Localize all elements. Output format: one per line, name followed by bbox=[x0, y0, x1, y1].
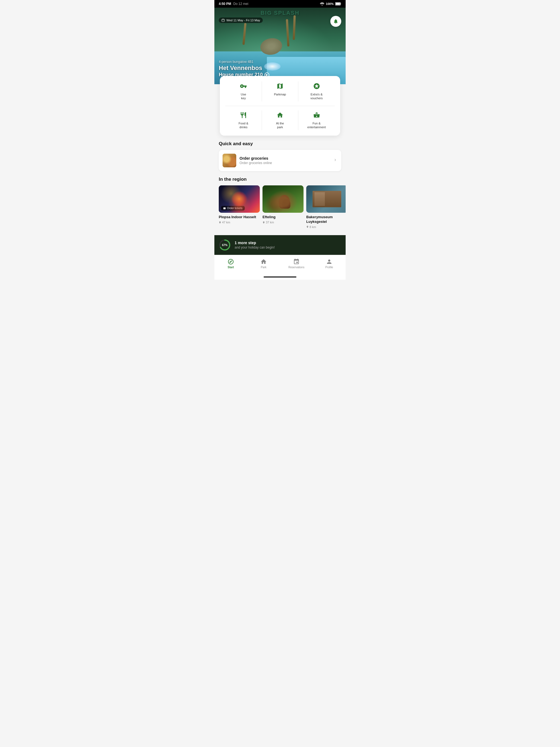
grocery-subtitle: Order groceries online bbox=[239, 161, 330, 165]
order-tickets-label: Order tickets bbox=[227, 207, 243, 210]
battery-bar bbox=[335, 2, 341, 5]
nav-park[interactable]: Park bbox=[247, 257, 280, 270]
date-range-text: Wed 11 May - Fri 13 May bbox=[226, 19, 260, 22]
fun-icon bbox=[313, 111, 320, 120]
action-card: Usekey Parkmap Extra's &vouchers Food &d… bbox=[220, 76, 340, 136]
region-scroll[interactable]: Order tickets Plopsa Indoor Hasselt 47 k… bbox=[214, 185, 346, 233]
wifi-icon bbox=[320, 2, 324, 5]
status-bar: 4:50 PM Do 12 mei 100% bbox=[214, 0, 346, 8]
progress-ring: 67% bbox=[219, 239, 231, 251]
nav-start-label: Start bbox=[228, 266, 234, 269]
plopsa-image: Order tickets bbox=[219, 185, 260, 213]
svg-rect-5 bbox=[224, 19, 224, 20]
grocery-title: Order groceries bbox=[239, 156, 330, 160]
progress-text: 1 more step and your holiday can begin! bbox=[235, 241, 341, 249]
plopsa-distance: 47 km bbox=[219, 221, 260, 224]
action-extras[interactable]: Extra's &vouchers bbox=[298, 81, 335, 101]
parkmap-icon bbox=[276, 83, 284, 91]
efteling-image bbox=[262, 185, 304, 213]
bamboo-decor bbox=[292, 15, 296, 40]
bottom-navigation: Start Park Reservations Profile bbox=[214, 255, 346, 274]
fun-label: Fun &entertainment bbox=[307, 121, 326, 129]
home-bar bbox=[263, 277, 297, 278]
key-icon bbox=[240, 83, 247, 91]
compass-icon bbox=[228, 258, 234, 265]
svg-point-0 bbox=[322, 5, 322, 6]
food-icon bbox=[240, 111, 247, 120]
region-title: In the region bbox=[219, 177, 341, 182]
status-time: 4:50 PM bbox=[219, 2, 231, 6]
grocery-card[interactable]: Order groceries Order groceries online bbox=[219, 150, 341, 171]
status-date: Do 12 mei bbox=[233, 2, 248, 6]
at-park-label: At thepark bbox=[276, 121, 284, 129]
notification-button[interactable] bbox=[330, 16, 341, 27]
progress-banner[interactable]: 67% 1 more step and your holiday can beg… bbox=[214, 235, 346, 255]
svg-rect-2 bbox=[336, 3, 340, 5]
big-splash-sign: BIG SPLASH bbox=[261, 10, 299, 16]
nav-reservations[interactable]: Reservations bbox=[280, 257, 313, 270]
nav-start[interactable]: Start bbox=[214, 257, 247, 270]
order-tickets-badge: Order tickets bbox=[221, 206, 245, 210]
status-left: 4:50 PM Do 12 mei bbox=[219, 2, 248, 6]
nav-profile-label: Profile bbox=[325, 266, 333, 269]
bungalow-type: 4-person bungalow 4B1 bbox=[219, 60, 269, 64]
battery-icon: 100% bbox=[326, 2, 334, 5]
nav-park-label: Park bbox=[261, 266, 266, 269]
food-label: Food &drinks bbox=[239, 121, 248, 129]
grocery-text: Order groceries Order groceries online bbox=[239, 156, 330, 165]
action-use-key[interactable]: Usekey bbox=[225, 81, 262, 101]
grocery-arrow-icon bbox=[333, 158, 337, 163]
bell-icon bbox=[333, 19, 338, 24]
calendar-icon bbox=[222, 19, 225, 22]
efteling-distance: 37 km bbox=[262, 221, 304, 224]
svg-rect-3 bbox=[222, 19, 225, 22]
grocery-food-art bbox=[223, 154, 236, 168]
svg-rect-4 bbox=[223, 19, 223, 20]
at-park-icon bbox=[276, 111, 284, 120]
action-at-park[interactable]: At thepark bbox=[262, 110, 298, 130]
home-indicator bbox=[214, 274, 346, 280]
bakery-name: Bakerymuseum Luyksgestel bbox=[306, 215, 346, 224]
bamboo-decor bbox=[286, 19, 289, 47]
region-card-efteling[interactable]: Efteling 37 km bbox=[262, 185, 304, 229]
nav-profile[interactable]: Profile bbox=[313, 257, 346, 270]
plopsa-name: Plopsa Indoor Hasselt bbox=[219, 215, 260, 220]
status-right: 100% bbox=[320, 2, 341, 5]
profile-nav-icon bbox=[326, 258, 332, 265]
park-nav-icon bbox=[260, 258, 267, 265]
progress-title: 1 more step bbox=[235, 241, 341, 245]
extras-label: Extra's &vouchers bbox=[310, 93, 323, 100]
row-divider bbox=[225, 106, 335, 106]
region-section: In the region bbox=[214, 171, 346, 182]
park-name: Het Vennenbos bbox=[219, 65, 269, 71]
action-food[interactable]: Food &drinks bbox=[225, 110, 262, 130]
hero-text: 4-person bungalow 4B1 Het Vennenbos Hous… bbox=[219, 60, 269, 78]
action-parkmap[interactable]: Parkmap bbox=[262, 81, 298, 101]
region-card-plopsa[interactable]: Order tickets Plopsa Indoor Hasselt 47 k… bbox=[219, 185, 260, 229]
action-fun[interactable]: Fun &entertainment bbox=[298, 110, 335, 130]
region-card-bakery[interactable]: Bakerymuseum Luyksgestel 8 km bbox=[306, 185, 346, 229]
bakery-distance: 8 km bbox=[306, 225, 346, 229]
use-key-label: Usekey bbox=[241, 93, 246, 100]
bamboo-decor bbox=[242, 23, 246, 45]
quick-easy-title: Quick and easy bbox=[219, 141, 341, 147]
efteling-name: Efteling bbox=[262, 215, 304, 220]
quick-easy-section: Quick and easy Order groceries Order gro… bbox=[214, 136, 346, 171]
grocery-image bbox=[223, 154, 236, 168]
nav-reservations-label: Reservations bbox=[288, 266, 304, 269]
bakery-image bbox=[306, 185, 346, 213]
date-chip[interactable]: Wed 11 May - Fri 13 May bbox=[219, 18, 263, 23]
reservations-nav-icon bbox=[293, 258, 300, 265]
svg-text:67%: 67% bbox=[222, 243, 228, 247]
progress-subtitle: and your holiday can begin! bbox=[235, 246, 341, 249]
extras-icon bbox=[313, 83, 320, 91]
parkmap-label: Parkmap bbox=[274, 93, 286, 96]
hero-section: BIG SPLASH Wed 11 May - Fri 13 May 4-per… bbox=[214, 8, 346, 84]
